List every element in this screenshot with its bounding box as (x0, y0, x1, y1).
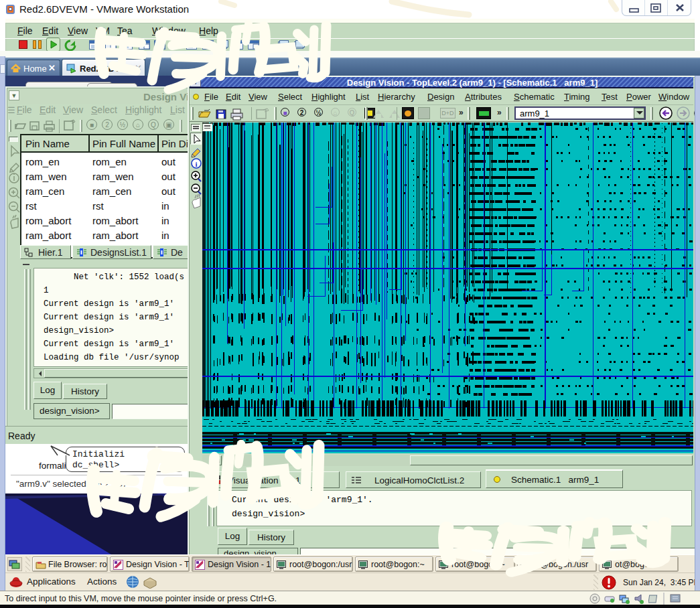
svg-text:i: i (195, 160, 197, 168)
